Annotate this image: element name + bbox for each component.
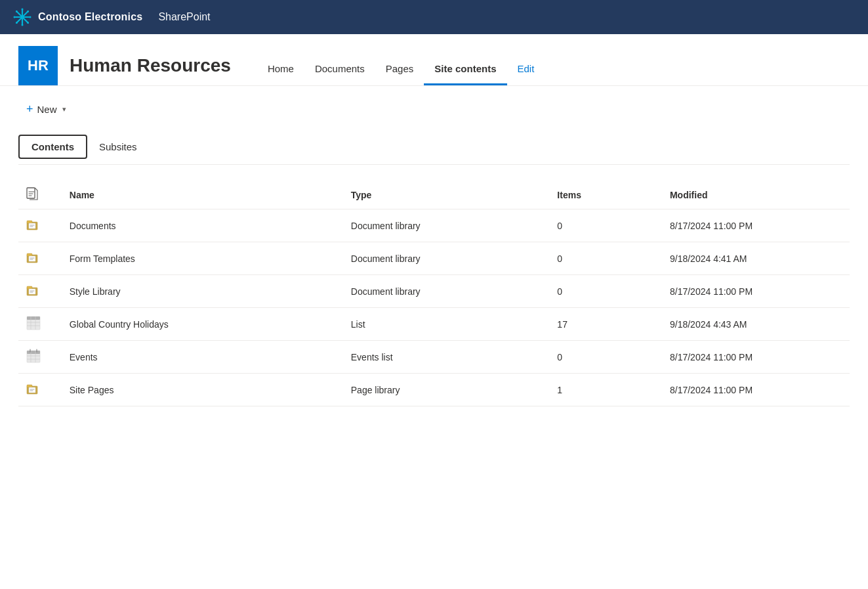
tab-contents[interactable]: Contents [18,135,87,159]
table-row[interactable]: EventsEvents list08/17/2024 11:00 PM [18,341,850,374]
row-type: Events list [343,341,550,374]
row-name[interactable]: Events [62,341,343,374]
svg-rect-37 [27,385,32,387]
col-header-icon [18,181,62,209]
table-row[interactable]: Global Country HolidaysList179/18/2024 4… [18,308,850,341]
row-icon-cell [18,374,62,406]
main-content: + New ▾ Contents Subsites Name Type Item… [0,86,868,420]
svg-rect-20 [27,286,32,289]
doc-library-icon [26,283,41,297]
row-items: 0 [549,341,662,374]
document-icon [26,187,38,200]
contoso-icon [13,8,31,26]
svg-point-9 [27,22,29,24]
new-chevron-icon: ▾ [62,105,66,114]
tabs-divider [18,164,850,165]
row-type[interactable]: List [343,308,550,341]
row-name[interactable]: Documents [62,209,343,242]
table-row[interactable]: Site PagesPage library18/17/2024 11:00 P… [18,374,850,406]
nav-home[interactable]: Home [257,63,304,85]
contents-table: Name Type Items Modified DocumentsDocume… [18,181,850,406]
new-label: New [37,104,57,115]
doc-library-icon [26,217,41,232]
nav-edit[interactable]: Edit [507,63,545,85]
row-name[interactable]: Site Pages [62,374,343,406]
svg-rect-29 [27,351,40,354]
row-type[interactable]: Document library [343,275,550,308]
new-plus-icon: + [26,103,33,115]
site-header: HR Human Resources Home Documents Pages … [0,34,868,86]
col-header-items[interactable]: Items [549,181,662,209]
row-modified: 8/17/2024 11:00 PM [662,209,850,242]
nav-pages[interactable]: Pages [375,63,424,85]
row-items: 17 [549,308,662,341]
doc-library-icon [26,382,41,396]
site-logo: HR [18,46,58,85]
row-items: 0 [549,209,662,242]
svg-rect-21 [29,289,35,294]
svg-point-6 [14,16,16,18]
col-header-modified[interactable]: Modified [662,181,850,209]
svg-rect-14 [27,221,32,223]
row-name[interactable]: Global Country Holidays [62,308,343,341]
row-type: Page library [343,374,550,406]
tab-subsites[interactable]: Subsites [87,136,149,158]
svg-rect-38 [29,387,35,393]
col-header-type[interactable]: Type [343,181,550,209]
row-icon-cell [18,275,62,308]
svg-rect-17 [27,253,32,256]
app-logo[interactable]: Contoso Electronics [13,8,142,26]
doc-library-icon [26,250,41,265]
svg-point-10 [27,11,29,12]
new-button[interactable]: + New ▾ [18,99,74,119]
row-items: 0 [549,242,662,275]
svg-rect-18 [29,256,35,261]
svg-point-11 [16,22,18,24]
svg-point-4 [22,9,24,11]
row-modified: 9/18/2024 4:43 AM [662,308,850,341]
table-row[interactable]: DocumentsDocument library08/17/2024 11:0… [18,209,850,242]
row-items: 1 [549,374,662,406]
nav-documents[interactable]: Documents [304,63,375,85]
svg-point-7 [30,16,31,18]
row-name[interactable]: Style Library [62,275,343,308]
row-type[interactable]: Document library [343,209,550,242]
row-icon-cell [18,341,62,374]
row-modified: 9/18/2024 4:41 AM [662,242,850,275]
col-header-name[interactable]: Name [62,181,343,209]
svg-rect-23 [27,316,40,320]
table-row[interactable]: Style LibraryDocument library08/17/2024 … [18,275,850,308]
company-name: Contoso Electronics [38,11,142,23]
tabs-container: Contents Subsites [18,135,850,159]
list-icon [26,316,41,330]
row-icon-cell [18,209,62,242]
table-row[interactable]: Form TemplatesDocument library09/18/2024… [18,242,850,275]
nav-site-contents[interactable]: Site contents [424,63,506,85]
table-header-row: Name Type Items Modified [18,181,850,209]
row-icon-cell [18,308,62,341]
site-title: Human Resources [70,55,231,76]
events-icon [26,349,41,363]
svg-point-5 [22,24,24,26]
row-type[interactable]: Document library [343,242,550,275]
row-name[interactable]: Form Templates [62,242,343,275]
app-name: SharePoint [158,11,210,23]
row-items: 0 [549,275,662,308]
row-modified: 8/17/2024 11:00 PM [662,275,850,308]
top-bar: Contoso Electronics SharePoint [0,0,868,34]
svg-point-8 [16,11,18,12]
svg-rect-12 [27,188,35,198]
row-modified: 8/17/2024 11:00 PM [662,374,850,406]
svg-rect-15 [29,223,35,229]
row-modified: 8/17/2024 11:00 PM [662,341,850,374]
site-navigation: Home Documents Pages Site contents Edit [257,46,545,85]
row-icon-cell [18,242,62,275]
